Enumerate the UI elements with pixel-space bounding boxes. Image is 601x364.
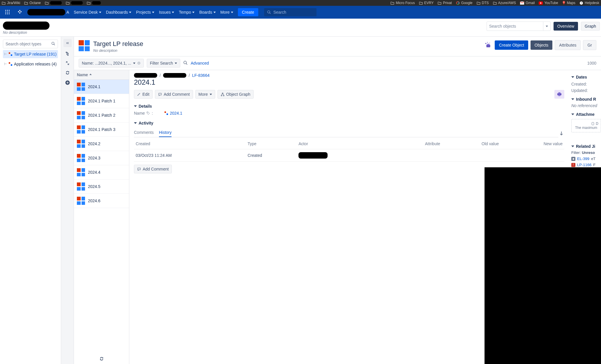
bookmark[interactable]: EVRY	[419, 1, 434, 5]
add-icon[interactable]	[65, 80, 70, 86]
svg-rect-6	[5, 10, 6, 11]
svg-line-27	[186, 63, 187, 65]
bookmark[interactable]: Jira/Wiki	[2, 1, 20, 5]
bookmark[interactable]: Maps	[562, 1, 575, 5]
clear-filter-icon[interactable]	[137, 61, 141, 65]
bookmark[interactable]: Google	[456, 1, 473, 5]
svg-point-22	[485, 43, 487, 44]
list-row[interactable]: 2024.6	[74, 194, 129, 208]
nav-service-desk[interactable]: Service Desk	[71, 8, 103, 16]
nav-boards[interactable]: Boards	[197, 8, 218, 16]
list-row[interactable]: 2024.1	[74, 80, 129, 94]
bookmark[interactable]: YouTube	[539, 1, 558, 5]
bookmark[interactable]: Azure/AWS	[493, 1, 516, 5]
svg-rect-21	[487, 44, 490, 45]
create-object-button[interactable]: Create Object	[495, 40, 528, 50]
list-row[interactable]: 2024.3	[74, 151, 129, 165]
more-button[interactable]: More	[195, 90, 215, 99]
tree-item[interactable]: ⊢Target LP release (191)	[3, 50, 58, 58]
tree-icon[interactable]	[65, 51, 70, 57]
bookmark[interactable]	[66, 1, 83, 5]
list-row[interactable]: 2024.1 Patch 2	[74, 108, 129, 122]
object-type-header: Target LP release No description Create …	[74, 37, 601, 56]
attr-name-value[interactable]: 2024.1	[165, 111, 182, 116]
dates-section[interactable]: Dates	[571, 75, 601, 79]
graph-tab-button[interactable]: Gr	[583, 40, 596, 50]
nav-more[interactable]: More	[218, 8, 236, 16]
pencil-icon	[137, 93, 141, 96]
search-top[interactable]: Search	[264, 8, 317, 16]
tree-item[interactable]: ⊢Application releases (4)	[3, 60, 58, 68]
nav-tempo[interactable]: Tempo	[176, 8, 197, 16]
attach-drop[interactable]: D The maximum	[571, 119, 601, 132]
refresh-icon[interactable]	[65, 70, 70, 76]
jira-logo[interactable]	[15, 8, 25, 17]
nav-dashboards[interactable]: Dashboards	[104, 8, 134, 16]
search-object-types-input[interactable]: Search object types	[3, 40, 58, 48]
svg-rect-12	[5, 13, 6, 14]
filter-search-icon[interactable]	[183, 61, 188, 66]
svg-line-18	[54, 44, 55, 45]
svg-rect-13	[7, 13, 8, 14]
related-section[interactable]: Related Ji	[571, 144, 601, 149]
objects-list: Name 2024.12024.1 Patch 12024.1 Patch 22…	[74, 70, 129, 364]
list-row[interactable]: 2024.5	[74, 180, 129, 194]
bookmark[interactable]: DTS	[477, 1, 489, 5]
file-icon	[591, 122, 595, 125]
tab-comments[interactable]: Comments	[134, 128, 154, 137]
svg-point-15	[267, 11, 270, 13]
bookmark[interactable]	[45, 1, 62, 5]
object-type-icon	[79, 40, 90, 51]
nav-projects[interactable]: Projects	[134, 8, 157, 16]
add-comment-button[interactable]: Add Comment	[155, 90, 193, 99]
filter-name-chip[interactable]: Name: ...2024..., 2024.1, ...	[79, 59, 144, 68]
attributes-tab-button[interactable]: Attributes	[555, 40, 581, 50]
list-row[interactable]: 2024.1 Patch 3	[74, 122, 129, 137]
bookmark[interactable]: Micro Focus	[390, 1, 415, 5]
list-row[interactable]: 2024.4	[74, 165, 129, 180]
result-count: 1000	[587, 61, 596, 65]
sort-arrow-icon[interactable]	[558, 130, 564, 137]
search-objects-input[interactable]: Search objects	[487, 22, 551, 31]
objects-tab-button[interactable]: Objects	[531, 40, 552, 50]
list-row[interactable]: 2024.2	[74, 137, 129, 151]
search-objects-dd[interactable]	[543, 22, 548, 31]
list-header-name[interactable]: Name	[74, 70, 129, 80]
related-issue[interactable]: ■EL-399eT	[571, 157, 601, 161]
comment-icon	[137, 167, 141, 171]
create-button[interactable]: Create	[238, 8, 258, 16]
browser-bookmarks-bar: Jira/WikiOctaneMicro FocusEVRYPrivatGoog…	[0, 0, 601, 6]
app-switcher[interactable]	[3, 8, 12, 16]
blackbox-redacted	[485, 167, 601, 364]
bookmark[interactable]: Gmail	[520, 1, 535, 5]
svg-point-3	[563, 2, 564, 3]
inbound-section[interactable]: Inbound R	[571, 97, 601, 102]
filter-search-chip[interactable]: Filter Search	[147, 59, 180, 68]
list-refresh-icon[interactable]	[74, 354, 129, 364]
expand-icon[interactable]	[65, 61, 70, 66]
details-section-title[interactable]: Details	[134, 104, 564, 109]
object-graph-button[interactable]: Object Graph	[218, 90, 254, 99]
nav-issues[interactable]: Issues	[157, 8, 176, 16]
rail	[61, 37, 74, 364]
tab-history[interactable]: History	[159, 128, 172, 137]
bookmark[interactable]: Privat	[438, 1, 452, 5]
insight-icon	[484, 41, 492, 49]
add-comment-button-2[interactable]: Add Comment	[134, 165, 172, 173]
graph-button[interactable]: Graph	[581, 22, 600, 31]
attach-section[interactable]: Attachme	[571, 112, 601, 117]
filter-bar: Name: ...2024..., 2024.1, ... Filter Sea…	[74, 56, 601, 70]
advanced-link[interactable]: Advanced	[191, 61, 209, 65]
list-row[interactable]: 2024.1 Patch 1	[74, 94, 129, 108]
related-issue[interactable]: !LP-1166F	[571, 163, 601, 167]
crumb-key[interactable]: LF-83664	[192, 73, 210, 78]
activity-section-title[interactable]: Activity	[134, 121, 564, 125]
bookmark[interactable]: ?Helpdesk	[579, 1, 599, 5]
bookmark[interactable]	[87, 1, 101, 5]
jira-topnav: A Service DeskDashboardsProjectsIssuesTe…	[0, 6, 601, 19]
edit-button[interactable]: Edit	[134, 90, 153, 99]
bookmark[interactable]: Octane	[24, 1, 41, 5]
print-button[interactable]	[554, 90, 564, 99]
collapse-tree-button[interactable]	[63, 39, 72, 47]
overview-button[interactable]: Overview	[554, 22, 578, 31]
